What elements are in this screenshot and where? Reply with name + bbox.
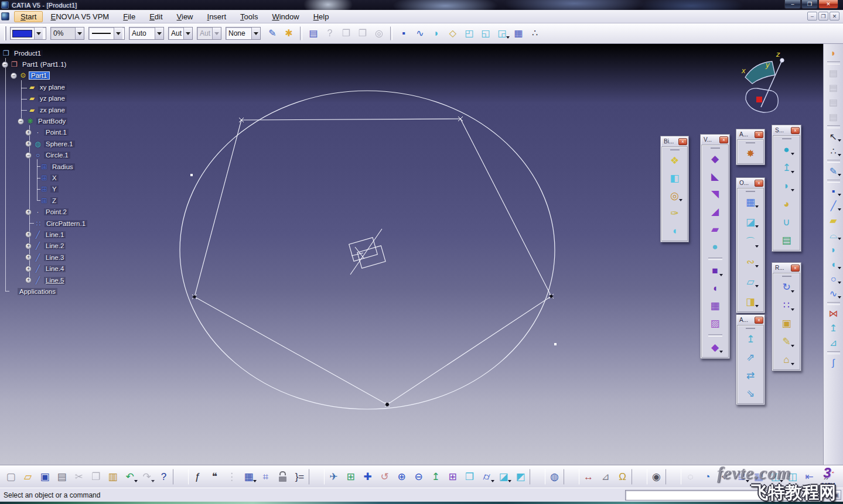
volume-revolve-icon[interactable]: ◥ — [707, 186, 723, 202]
close-icon[interactable]: x — [791, 127, 800, 134]
line-2[interactable] — [460, 119, 551, 296]
line-3[interactable] — [387, 296, 551, 404]
measure-icon[interactable]: ↔ — [581, 469, 596, 485]
volume-pattern-icon[interactable]: ▨ — [707, 316, 723, 331]
expander-icon[interactable]: + — [25, 140, 32, 147]
expander-icon[interactable]: − — [11, 73, 17, 79]
toolbar-grip[interactable] — [670, 149, 680, 150]
quad-view-icon[interactable]: ⊞ — [445, 469, 460, 485]
close-icon[interactable]: x — [791, 265, 800, 272]
rotate-icon[interactable]: ↺ — [377, 469, 393, 485]
chevron-down-icon[interactable] — [75, 28, 84, 39]
mass-icon[interactable]: Ω — [615, 469, 630, 485]
minimize-icon[interactable]: – — [784, 0, 801, 9]
create-plane-icon[interactable]: ◇ — [445, 26, 460, 41]
extrapolate-icon[interactable]: ↥ — [826, 321, 841, 335]
point-icon[interactable]: ▪ — [826, 184, 841, 198]
tree-item-point2[interactable]: + ∙ Point.2 — [0, 206, 152, 217]
tree-item-radius[interactable]: ⊞ Radius — [0, 161, 152, 172]
toolbar-grip[interactable] — [711, 148, 720, 149]
close-icon[interactable]: x — [755, 317, 763, 324]
menu-start[interactable]: Start — [14, 11, 43, 22]
axis-splash-icon[interactable]: ✸ — [743, 146, 759, 162]
tree-item-z[interactable]: ⊞ Z — [0, 195, 152, 206]
menu-window[interactable]: Window — [265, 11, 305, 22]
point-marker[interactable] — [193, 295, 196, 298]
workbench-icon[interactable]: ◗ — [826, 46, 841, 60]
select-grid-icon[interactable]: ▦ — [511, 26, 526, 41]
tree-item-line4[interactable]: + ╱ Line.4 — [0, 263, 152, 274]
fly-mode-icon[interactable]: ✈ — [326, 469, 342, 485]
select-arrow-icon[interactable]: ↖ — [826, 129, 841, 144]
revolve-icon[interactable]: ◗ — [826, 242, 841, 257]
expander-icon[interactable]: + — [25, 243, 32, 249]
untrim-icon[interactable]: ▱ — [743, 274, 759, 290]
catalog-icon[interactable]: ⌂ — [779, 352, 794, 368]
toolbar-grip[interactable] — [746, 142, 755, 143]
shell-icon[interactable]: ◖ — [707, 280, 723, 296]
document-icon[interactable] — [1, 12, 9, 20]
undo-icon[interactable]: ↶ — [122, 469, 138, 485]
tree-item-x[interactable]: ⊞ X — [0, 172, 152, 183]
volume-multi-icon[interactable]: ▰ — [707, 221, 723, 237]
print-icon[interactable]: ▤ — [54, 469, 70, 485]
law-icon[interactable]: ∫ — [826, 355, 841, 370]
symmetry-icon[interactable]: ⇄ — [743, 368, 759, 383]
menu-tools[interactable]: Tools — [234, 11, 264, 22]
fill-surface-icon[interactable]: ◕ — [779, 196, 794, 212]
expander-icon[interactable]: − — [2, 61, 8, 68]
close-icon[interactable]: x — [755, 180, 763, 187]
create-curve-icon[interactable]: ∿ — [412, 26, 428, 41]
sketcher-icon[interactable]: ✎ — [826, 164, 841, 179]
menu-insert[interactable]: Insert — [201, 11, 233, 22]
close-icon[interactable]: ✕ — [818, 0, 838, 9]
powercopy-save-icon[interactable]: ✎ — [779, 334, 794, 349]
tree-item-line5[interactable]: + ╱ Line.5 — [0, 275, 152, 286]
curve-point-marker[interactable] — [190, 174, 193, 176]
toolbar-grip[interactable] — [4, 26, 6, 40]
toolbar-grip[interactable] — [746, 191, 755, 192]
tree-item-line1[interactable]: + ╱ Line.1 — [0, 229, 152, 240]
chevron-down-icon[interactable] — [183, 28, 192, 39]
reorder-tree-icon[interactable]: ⌗ — [258, 469, 274, 485]
origin-planes-symbol[interactable] — [349, 229, 385, 275]
save-icon[interactable]: ▣ — [37, 469, 53, 485]
toolbar-title-bar[interactable]: O... x — [737, 179, 764, 187]
whats-this-icon[interactable]: ? — [156, 469, 172, 485]
spline-icon[interactable]: ∿ — [826, 286, 841, 301]
select-box-behind-icon[interactable]: ◱ — [478, 26, 493, 41]
point-marker[interactable] — [550, 294, 552, 297]
toolbar-title-bar[interactable]: R... x — [773, 263, 800, 272]
volume-cylinder-icon[interactable]: ● — [707, 239, 723, 255]
tree-item-circle1[interactable]: − ○ Circle.1 — [0, 150, 152, 161]
tree-item-part1[interactable]: − ⚙ Part1 — [0, 70, 152, 81]
circle-icon[interactable]: ○ — [826, 272, 841, 286]
expander-icon[interactable]: + — [25, 231, 32, 238]
surface-sketch-icon[interactable]: ✑ — [667, 205, 682, 221]
fit-all-icon[interactable]: ⊞ — [343, 469, 359, 485]
chevron-down-icon[interactable] — [155, 28, 163, 39]
toolbar-title-bar[interactable]: Bi... x — [661, 137, 688, 146]
hide-show-icon[interactable]: ◪ — [496, 469, 511, 485]
pan-icon[interactable]: ✚ — [360, 469, 376, 485]
create-surface-icon[interactable]: ◗ — [429, 26, 444, 41]
tree-item-xy-plane[interactable]: ▰ xy plane — [0, 81, 152, 92]
tree-item-circpattern1[interactable]: ∷ CircPattern.1 — [0, 218, 152, 229]
toolbar-grip[interactable] — [746, 328, 755, 329]
restore-icon[interactable]: ❐ — [801, 0, 818, 9]
mdi-close-icon[interactable]: ✕ — [830, 12, 839, 20]
tree-item-applications[interactable]: Applications — [0, 286, 152, 297]
render-style-combo[interactable]: None — [226, 27, 261, 40]
extremum-icon[interactable]: ⊿ — [826, 335, 841, 350]
compass[interactable]: x y z — [741, 50, 784, 112]
sphere-surface-icon[interactable]: ● — [779, 142, 794, 157]
material-icon[interactable]: ◍ — [547, 469, 562, 485]
expander-icon[interactable]: − — [18, 118, 24, 125]
tree-item-zx-plane[interactable]: ▰ zx plane — [0, 104, 152, 115]
healing-icon[interactable]: ⌒ — [743, 234, 759, 250]
paste-icon[interactable]: ▥ — [105, 469, 121, 485]
menu-help[interactable]: Help — [307, 11, 336, 22]
line-1[interactable] — [241, 119, 460, 120]
new-document-icon[interactable]: ▢ — [3, 469, 19, 485]
cut-surface-icon[interactable]: ◖ — [667, 223, 682, 239]
